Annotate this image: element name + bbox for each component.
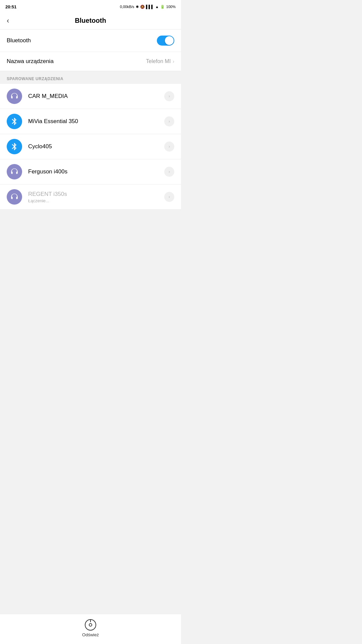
device-name-text: CAR M_MEDIA: [28, 93, 164, 100]
device-row[interactable]: REGENT i350sŁączenie...›: [0, 184, 181, 210]
headset-icon: [7, 89, 22, 104]
device-list: CAR M_MEDIA› MiVia Essential 350› Cyclo4…: [0, 84, 181, 210]
device-chevron-icon: ›: [164, 116, 174, 126]
silent-icon: 🔕: [140, 5, 145, 9]
status-icons: 0,00kB/s ✱ 🔕 ▌▌▌ ▲ 🔋 100%: [120, 5, 176, 9]
nav-bar: ‹ Bluetooth: [0, 12, 181, 30]
back-button[interactable]: ‹: [7, 17, 9, 24]
device-name-text: Cyclo405: [28, 143, 164, 150]
bluetooth-device-icon: [7, 114, 22, 129]
device-name-text: Ferguson i400s: [28, 168, 164, 175]
device-chevron-icon: ›: [164, 167, 174, 177]
device-name-text: REGENT i350s: [28, 191, 164, 198]
toggle-knob: [165, 36, 174, 45]
device-chevron-icon: ›: [164, 192, 174, 202]
device-name-value-group: Telefon MI ›: [146, 58, 174, 64]
network-speed: 0,00kB/s: [120, 5, 134, 9]
gray-area: [0, 210, 181, 304]
chevron-right-icon: ›: [173, 59, 174, 64]
signal-icon: ▌▌▌: [146, 5, 154, 9]
bluetooth-toggle-row[interactable]: Bluetooth: [0, 30, 181, 52]
battery-icon: 🔋: [160, 5, 165, 9]
bluetooth-section: Bluetooth Nazwa urządzenia Telefon MI ›: [0, 30, 181, 71]
headset-icon: [7, 164, 22, 179]
bluetooth-label: Bluetooth: [7, 37, 31, 44]
wifi-icon: ▲: [155, 5, 159, 9]
bluetooth-toggle[interactable]: [157, 36, 174, 46]
device-name-value: Telefon MI: [146, 58, 171, 64]
paired-section-header: SPAROWANE URZĄDZENIA: [0, 71, 181, 84]
page-title: Bluetooth: [75, 17, 106, 24]
device-name-row[interactable]: Nazwa urządzenia Telefon MI ›: [0, 52, 181, 71]
status-bar: 20:51 0,00kB/s ✱ 🔕 ▌▌▌ ▲ 🔋 100%: [0, 0, 181, 12]
device-chevron-icon: ›: [164, 142, 174, 152]
device-name-text: MiVia Essential 350: [28, 118, 164, 125]
device-row[interactable]: Ferguson i400s›: [0, 159, 181, 184]
bluetooth-icon: ✱: [136, 5, 139, 9]
device-row[interactable]: CAR M_MEDIA›: [0, 84, 181, 109]
status-time: 20:51: [5, 4, 16, 9]
device-chevron-icon: ›: [164, 91, 174, 101]
device-row[interactable]: Cyclo405›: [0, 134, 181, 159]
bluetooth-device-icon: [7, 139, 22, 154]
battery-percent: 100%: [166, 5, 176, 9]
device-subtext: Łączenie...: [28, 198, 164, 203]
device-row[interactable]: MiVia Essential 350›: [0, 109, 181, 134]
headset-icon: [7, 189, 22, 205]
device-name-label: Nazwa urządzenia: [7, 58, 54, 65]
